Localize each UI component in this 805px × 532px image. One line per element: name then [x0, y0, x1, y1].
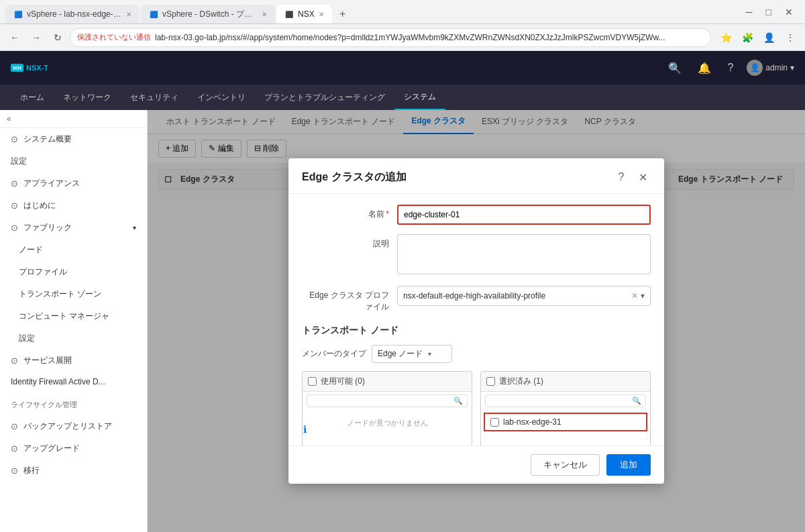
nav-network[interactable]: ネットワーク — [54, 85, 121, 110]
browser-titlebar: 🟦 vSphere - lab-nsx-edge-31 - サマ... ✕ 🟦 … — [0, 0, 805, 24]
profile-button[interactable]: 👤 — [759, 28, 778, 47]
forward-button[interactable]: → — [27, 28, 46, 47]
profile-select[interactable]: nsx-default-edge-high-availability-profi… — [397, 286, 651, 306]
sidebar-item-system-overview[interactable]: ⊙ システム概要 — [0, 128, 147, 150]
sidebar-item-nodes[interactable]: ノード — [0, 239, 147, 261]
profile-field-row: Edge クラスタ プロファイル nsx-default-edge-high-a… — [302, 286, 651, 313]
search-icon[interactable]: 🔍 — [665, 59, 684, 77]
available-search-input[interactable] — [311, 397, 451, 405]
name-input[interactable] — [397, 205, 651, 225]
tab-close-2[interactable]: ✕ — [262, 11, 267, 18]
sidebar-item-profiles[interactable]: プロファイル — [0, 261, 147, 283]
sidebar-item-identity-firewall[interactable]: Identity Firewall Active D... — [0, 372, 147, 392]
close-button[interactable]: ✕ — [781, 5, 797, 19]
sidebar-item-introduction[interactable]: ⊙ はじめに — [0, 195, 147, 217]
modal-footer: キャンセル 追加 — [288, 445, 664, 484]
selected-panel-header: 選択済み (1) — [481, 372, 650, 392]
upgrade-icon: ⊙ — [11, 443, 18, 454]
info-icon[interactable]: ℹ — [303, 424, 307, 435]
nav-icons: ⭐ 🧩 👤 ⋮ — [716, 28, 800, 47]
app-nav: ホーム ネットワーク セキュリティ インベントリ プランとトラブルシューティング… — [0, 85, 805, 110]
sidebar-item-fabric[interactable]: ⊙ ファブリック ▾ — [0, 217, 147, 239]
menu-button[interactable]: ⋮ — [781, 28, 800, 47]
tab-favicon-2: 🟦 — [149, 9, 158, 19]
bookmark-button[interactable]: ⭐ — [716, 28, 735, 47]
available-panel: 使用可能 (0) 🔍 ノードが見つかりません — [302, 371, 472, 445]
available-empty-text: ノードが見つかりません — [303, 410, 472, 436]
back-button[interactable]: ← — [5, 28, 24, 47]
migration-icon: ⊙ — [11, 466, 18, 476]
nav-system[interactable]: システム — [394, 85, 445, 110]
app-container: vm NSX-T 🔍 🔔 ? 👤 admin ▾ ホーム ネットワーク セキュリ… — [0, 51, 805, 532]
browser-tab-3[interactable]: ⬛ NSX ✕ — [276, 5, 332, 23]
sidebar-lifecycle-header: ライフサイクル管理 — [0, 392, 147, 415]
modal-close-button[interactable]: ✕ — [635, 169, 651, 185]
sidebar-collapse[interactable]: « — [0, 110, 147, 128]
tab-title-3: NSX — [298, 9, 315, 19]
sidebar-item-settings[interactable]: 設定 — [0, 150, 147, 172]
modal-help-button[interactable]: ? — [613, 169, 629, 185]
maximize-button[interactable]: □ — [762, 5, 775, 19]
cancel-button[interactable]: キャンセル — [531, 454, 600, 476]
sidebar-item-upgrade[interactable]: ⊙ アップグレード — [0, 437, 147, 460]
reload-button[interactable]: ↻ — [48, 28, 67, 47]
profile-select-text: nsx-default-edge-high-availability-profi… — [403, 291, 631, 301]
tab-close-3[interactable]: ✕ — [319, 11, 324, 18]
available-items: ノードが見つかりません — [303, 410, 472, 445]
submit-add-button[interactable]: 追加 — [606, 454, 651, 476]
sidebar-item-compute-managers[interactable]: コンピュート マネージャ — [0, 305, 147, 327]
browser-tab-2[interactable]: 🟦 vSphere - DSwitch - プロパティ ✕ — [141, 5, 275, 23]
selected-search-input[interactable] — [490, 397, 629, 405]
tab-favicon-1: 🟦 — [13, 9, 23, 19]
nav-inventory[interactable]: インベントリ — [188, 85, 255, 110]
selected-search: 🔍 — [485, 394, 646, 407]
select-clear-icon[interactable]: ✕ — [631, 291, 638, 301]
sidebar-label-service-deploy: サービス展開 — [23, 355, 72, 366]
bell-icon[interactable]: 🔔 — [695, 59, 714, 77]
nav-security[interactable]: セキュリティ — [121, 85, 188, 110]
extensions-button[interactable]: 🧩 — [738, 28, 757, 47]
fabric-arrow-icon: ▾ — [133, 224, 136, 231]
list-item[interactable]: lab-nsx-edge-31 — [484, 413, 647, 431]
description-input[interactable] — [397, 234, 651, 274]
modal-title: Edge クラスタの追加 — [302, 170, 613, 184]
select-arrow-icon[interactable]: ▾ — [641, 291, 645, 301]
available-panel-title: 使用可能 (0) — [321, 376, 365, 387]
available-select-all-checkbox[interactable] — [308, 377, 317, 386]
modal-header: Edge クラスタの追加 ? ✕ — [288, 158, 664, 194]
help-icon[interactable]: ? — [724, 59, 736, 76]
user-menu[interactable]: 👤 admin ▾ — [747, 60, 794, 76]
browser-navbar: ← → ↻ 保護されていない通信 lab-nsx-03.go-lab.jp/ns… — [0, 24, 805, 51]
service-deploy-icon: ⊙ — [11, 356, 18, 366]
name-label: 名前* — [302, 205, 389, 220]
description-label: 説明 — [302, 234, 389, 250]
new-tab-button[interactable]: + — [333, 5, 352, 23]
sidebar-item-transport-zones[interactable]: トランスポート ゾーン — [0, 283, 147, 305]
member-type-dropdown[interactable]: Edge ノード ▾ — [372, 345, 452, 363]
sidebar-item-backup[interactable]: ⊙ バックアップとリストア — [0, 415, 147, 437]
sidebar-label-migration: 移行 — [23, 465, 40, 476]
sidebar-item-settings2[interactable]: 設定 — [0, 327, 147, 350]
item-checkbox-edge-31[interactable] — [490, 418, 499, 427]
username: admin — [765, 63, 788, 72]
modal-overlay: Edge クラスタの追加 ? ✕ 名前* — [148, 110, 805, 532]
dual-list-transfer: 使用可能 (0) 🔍 ノードが見つかりません — [302, 371, 651, 445]
tab-close-1[interactable]: ✕ — [126, 11, 131, 18]
minimize-button[interactable]: ─ — [742, 5, 757, 19]
window-controls: ─ □ ✕ — [742, 5, 800, 19]
sidebar-item-appliances[interactable]: ⊙ アプライアンス — [0, 172, 147, 195]
profile-control: nsx-default-edge-high-availability-profi… — [397, 286, 651, 306]
description-field-row: 説明 — [302, 234, 651, 276]
sidebar-label-compute-managers: コンピュート マネージャ — [19, 311, 109, 322]
nav-home[interactable]: ホーム — [11, 85, 54, 110]
sidebar-item-migration[interactable]: ⊙ 移行 — [0, 460, 147, 482]
selected-select-all-checkbox[interactable] — [486, 377, 495, 386]
sidebar-label-settings: 設定 — [11, 156, 27, 167]
sidebar-item-service-deploy[interactable]: ⊙ サービス展開 — [0, 350, 147, 372]
selected-items: lab-nsx-edge-31 — [481, 410, 650, 445]
member-type-value: Edge ノード — [378, 348, 423, 360]
nav-plans[interactable]: プランとトラブルシューティング — [255, 85, 394, 110]
address-bar[interactable]: 保護されていない通信 lab-nsx-03.go-lab.jp/nsx/#/ap… — [70, 28, 711, 47]
browser-tab-1[interactable]: 🟦 vSphere - lab-nsx-edge-31 - サマ... ✕ — [5, 5, 140, 23]
sidebar-label-settings2: 設定 — [19, 333, 35, 344]
